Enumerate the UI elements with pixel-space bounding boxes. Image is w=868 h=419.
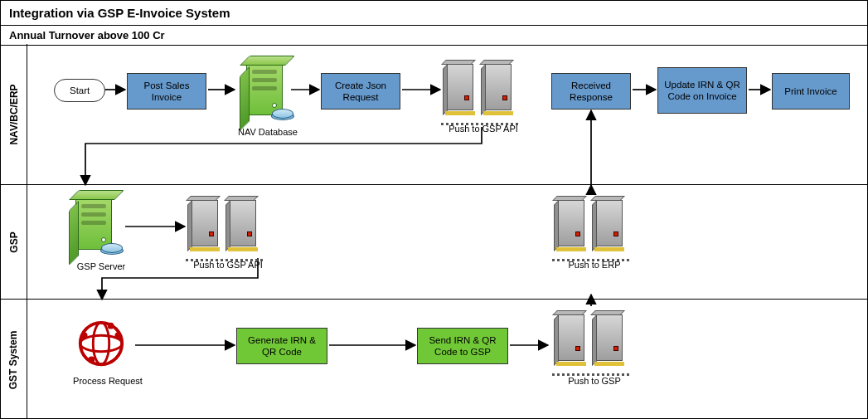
lane-label-gsp: GSP: [1, 185, 27, 299]
post-sales-label: Post Sales Invoice: [133, 80, 201, 104]
push-gsp-api-caption-2: Push to GSP API: [187, 260, 269, 270]
print-invoice-box: Print Invoice: [772, 73, 850, 110]
print-invoice-label: Print Invoice: [784, 85, 836, 97]
svg-point-0: [80, 323, 122, 364]
nav-db-caption: NAV Database: [226, 127, 309, 137]
send-irn-label: Send IRN & QR Code to GSP: [423, 334, 502, 358]
push-to-gsp-caption: Push to GSP: [553, 376, 636, 386]
racks-gst-icon: [553, 311, 629, 369]
racks-nav-icon: [442, 61, 518, 119]
start-label: Start: [70, 85, 90, 96]
diagram-subtitle: Annual Turnover above 100 Cr: [1, 26, 867, 46]
lane2-arrows: [27, 185, 868, 300]
lane-label-nav: NAV/BC/ERP: [1, 44, 27, 184]
svg-point-1: [80, 335, 122, 351]
post-sales-invoice-box: Post Sales Invoice: [127, 73, 206, 110]
lane-label-gst: GST System: [1, 300, 27, 419]
start-node: Start: [54, 79, 105, 102]
svg-point-2: [93, 323, 109, 364]
lane-label-gst-text: GST System: [8, 330, 20, 389]
lane-gsp: GSP GSP Server: [1, 185, 867, 300]
lane-label-text: NAV/BC/ERP: [8, 84, 20, 144]
create-json-box: Create Json Request: [321, 73, 400, 110]
svg-point-5: [89, 357, 95, 363]
process-request-icon: [75, 318, 127, 373]
push-gsp-api-caption-1: Push to GSP API: [442, 124, 525, 134]
nav-server-icon: [246, 62, 283, 115]
update-irn-box: Update IRN & QR Code on Invoice: [657, 67, 747, 114]
lane-nav: NAV/BC/ERP Start Post Sales Invoice: [1, 44, 867, 185]
racks-gsp-right-icon: [553, 197, 629, 255]
generate-irn-box: Generate IRN & QR Code: [236, 328, 327, 364]
racks-gsp-left-icon: [187, 197, 263, 255]
lane-label-gsp-text: GSP: [8, 231, 20, 252]
lane-gst: GST System: [1, 300, 867, 419]
swimlane-diagram: Integration via GSP E-Invoice System Ann…: [0, 0, 868, 419]
send-irn-box: Send IRN & QR Code to GSP: [417, 328, 508, 364]
push-to-erp-caption: Push to ERP: [553, 260, 636, 270]
create-json-label: Create Json Request: [327, 80, 395, 104]
gsp-server-icon: [75, 197, 112, 250]
diagram-title: Integration via GSP E-Invoice System: [1, 1, 867, 26]
update-irn-label: Update IRN & QR Code on Invoice: [663, 79, 741, 103]
svg-point-4: [114, 332, 121, 339]
received-response-label: Received Response: [557, 80, 625, 104]
lanes-container: NAV/BC/ERP Start Post Sales Invoice: [1, 44, 867, 418]
process-request-caption: Process Request: [62, 376, 153, 386]
gsp-server-caption: GSP Server: [64, 261, 138, 271]
generate-irn-label: Generate IRN & QR Code: [242, 334, 322, 358]
svg-point-6: [108, 323, 114, 329]
received-response-box: Received Response: [551, 73, 631, 110]
svg-point-3: [81, 332, 88, 339]
